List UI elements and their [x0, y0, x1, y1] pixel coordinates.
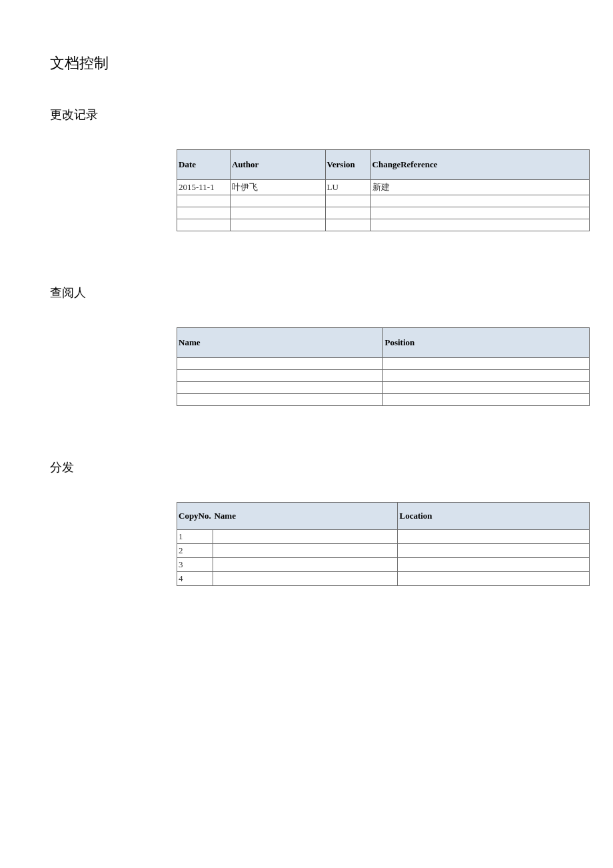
cell-change-ref [370, 207, 589, 219]
col-author: Author [230, 150, 325, 180]
change-log-table: Date Author Version ChangeReference 2015… [177, 149, 590, 231]
table-row [177, 382, 590, 394]
table-row [177, 394, 590, 406]
cell-date: 2015-11-1 [177, 180, 231, 195]
cell-position [383, 382, 590, 394]
distribution-table: CopyNo. Name Location 1 2 3 [177, 502, 590, 586]
cell-name [213, 558, 397, 572]
cell-change-ref [370, 195, 589, 207]
col-name: Name [213, 503, 397, 530]
cell-copyno: 1 [177, 530, 213, 544]
col-date: Date [177, 150, 231, 180]
distribution-section: 分发 CopyNo. Name Location 1 2 [50, 459, 563, 586]
cell-location [398, 530, 590, 544]
cell-name [177, 370, 383, 382]
table-header-row: Name Position [177, 328, 590, 358]
reviewers-table: Name Position [177, 327, 590, 406]
cell-author [230, 207, 325, 219]
table-header-row: CopyNo. Name Location [177, 503, 590, 530]
cell-name [177, 358, 383, 370]
table-row: 2 [177, 544, 590, 558]
cell-name [177, 394, 383, 406]
cell-date [177, 207, 231, 219]
col-location: Location [398, 503, 590, 530]
change-log-heading: 更改记录 [50, 107, 563, 123]
table-header-row: Date Author Version ChangeReference [177, 150, 590, 180]
cell-location [398, 572, 590, 586]
doc-control-heading: 文档控制 [50, 53, 563, 73]
cell-name [213, 544, 397, 558]
cell-version: LU [325, 180, 370, 195]
reviewers-heading: 查阅人 [50, 285, 563, 301]
cell-author [230, 219, 325, 231]
table-row: 2015-11-1 叶伊飞 LU 新建 [177, 180, 590, 195]
col-copyno: CopyNo. [177, 503, 213, 530]
table-row: 4 [177, 572, 590, 586]
col-change-ref: ChangeReference [370, 150, 589, 180]
cell-position [383, 370, 590, 382]
cell-change-ref: 新建 [370, 180, 589, 195]
cell-author [230, 195, 325, 207]
cell-version [325, 219, 370, 231]
table-row: 3 [177, 558, 590, 572]
table-row: 1 [177, 530, 590, 544]
cell-author: 叶伊飞 [230, 180, 325, 195]
distribution-heading: 分发 [50, 459, 563, 475]
cell-date [177, 195, 231, 207]
col-version: Version [325, 150, 370, 180]
table-row [177, 219, 590, 231]
table-row [177, 358, 590, 370]
cell-copyno: 4 [177, 572, 213, 586]
cell-copyno: 3 [177, 558, 213, 572]
cell-location [398, 544, 590, 558]
cell-location [398, 558, 590, 572]
table-row [177, 207, 590, 219]
col-name: Name [177, 328, 383, 358]
change-log-section: 更改记录 Date Author Version ChangeReference… [50, 107, 563, 231]
cell-name [213, 572, 397, 586]
cell-date [177, 219, 231, 231]
reviewers-section: 查阅人 Name Position [50, 285, 563, 406]
table-row [177, 195, 590, 207]
cell-version [325, 207, 370, 219]
cell-copyno: 2 [177, 544, 213, 558]
col-position: Position [383, 328, 590, 358]
cell-version [325, 195, 370, 207]
cell-position [383, 394, 590, 406]
cell-name [213, 530, 397, 544]
cell-name [177, 382, 383, 394]
cell-position [383, 358, 590, 370]
table-row [177, 370, 590, 382]
cell-change-ref [370, 219, 589, 231]
